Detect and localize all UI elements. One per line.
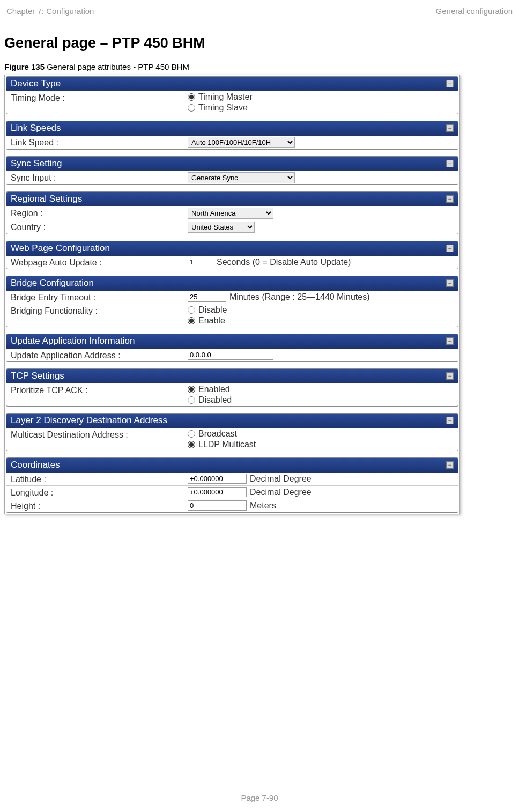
select-country[interactable]: United States (188, 222, 255, 233)
panel-regional: Regional Settings − Region : North Ameri… (6, 191, 458, 234)
radio-tcp-enabled[interactable]: Enabled (188, 385, 232, 394)
figure-label: Figure 135 (4, 62, 45, 71)
suffix-longitude: Decimal Degree (250, 488, 312, 497)
figure-text: General page attributes - PTP 450 BHM (45, 62, 189, 71)
panel-title: TCP Settings (11, 371, 64, 381)
input-auto-update[interactable] (188, 257, 213, 267)
collapse-icon[interactable]: − (446, 124, 454, 132)
panel-header: Link Speeds − (6, 121, 458, 136)
label-country: Country : (11, 222, 188, 232)
select-region[interactable]: North America (188, 208, 273, 219)
collapse-icon[interactable]: − (446, 279, 454, 287)
select-sync-input[interactable]: Generate Sync (188, 172, 295, 183)
row-height: Height : Meters (6, 499, 458, 512)
panel-title: Link Speeds (11, 123, 61, 134)
panel-tcp: TCP Settings − Prioritize TCP ACK : Enab… (6, 368, 458, 407)
row-bridge-func: Bridging Functionality : Disable Enable (6, 304, 458, 327)
input-update-address[interactable] (188, 350, 273, 360)
input-latitude[interactable] (188, 474, 247, 484)
panel-link-speeds: Link Speeds − Link Speed : Auto 100F/100… (6, 121, 458, 150)
panel-device-type: Device Type − Timing Mode : Timing Maste… (6, 76, 458, 114)
radio-timing-slave[interactable]: Timing Slave (188, 103, 253, 113)
panel-header: Coordinates − (6, 458, 458, 473)
label-multicast: Multicast Destination Address : (11, 429, 188, 440)
label-link-speed: Link Speed : (11, 137, 188, 147)
input-longitude[interactable] (188, 487, 247, 497)
radio-lldp[interactable]: LLDP Multicast (188, 440, 256, 449)
radio-bridge-disable[interactable]: Disable (188, 305, 227, 315)
panel-title: Layer 2 Discovery Destination Address (11, 415, 167, 426)
collapse-icon[interactable]: − (446, 195, 454, 203)
page-header: Chapter 7: Configuration General configu… (0, 6, 519, 25)
panel-title: Update Application Information (11, 336, 135, 346)
row-longitude: Longitude : Decimal Degree (6, 485, 458, 499)
panel-update-app: Update Application Information − Update … (6, 334, 458, 362)
panel-header: Web Page Configuration − (6, 241, 458, 256)
row-link-speed: Link Speed : Auto 100F/100H/10F/10H (6, 136, 458, 149)
label-sync-input: Sync Input : (11, 172, 188, 183)
label-longitude: Longitude : (11, 487, 188, 498)
collapse-icon[interactable]: − (446, 417, 454, 424)
panel-header: Bridge Configuration − (6, 276, 458, 291)
panel-title: Regional Settings (11, 194, 82, 204)
radio-tcp-disabled[interactable]: Disabled (188, 395, 232, 405)
label-height: Height : (11, 500, 188, 511)
config-screenshot: Device Type − Timing Mode : Timing Maste… (4, 75, 460, 514)
panel-sync-setting: Sync Setting − Sync Input : Generate Syn… (6, 156, 458, 185)
label-auto-update: Webpage Auto Update : (11, 257, 188, 268)
row-auto-update: Webpage Auto Update : Seconds (0 = Disab… (6, 256, 458, 269)
label-bridge-func: Bridging Functionality : (11, 305, 188, 316)
row-country: Country : United States (6, 220, 458, 234)
row-tcp-ack: Prioritize TCP ACK : Enabled Disabled (6, 383, 458, 406)
label-latitude: Latitude : (11, 474, 188, 484)
row-latitude: Latitude : Decimal Degree (6, 473, 458, 485)
panel-title: Sync Setting (11, 158, 62, 169)
label-timing-mode: Timing Mode : (11, 92, 188, 103)
page-title: General page – PTP 450 BHM (4, 25, 515, 62)
row-bridge-timeout: Bridge Entry Timeout : Minutes (Range : … (6, 291, 458, 304)
panel-coordinates: Coordinates − Latitude : Decimal Degree … (6, 457, 458, 513)
panel-header: Regional Settings − (6, 192, 458, 206)
panel-webpage: Web Page Configuration − Webpage Auto Up… (6, 241, 458, 269)
radio-timing-master[interactable]: Timing Master (188, 92, 253, 102)
radio-bridge-enable[interactable]: Enable (188, 316, 227, 326)
row-sync-input: Sync Input : Generate Sync (6, 171, 458, 184)
panel-title: Device Type (11, 78, 61, 89)
row-update-address: Update Application Address : (6, 349, 458, 361)
row-region: Region : North America (6, 206, 458, 220)
label-bridge-timeout: Bridge Entry Timeout : (11, 292, 188, 302)
suffix-latitude: Decimal Degree (250, 474, 312, 484)
label-update-address: Update Application Address : (11, 350, 188, 360)
collapse-icon[interactable]: − (446, 80, 454, 87)
panel-title: Web Page Configuration (11, 243, 110, 254)
panel-bridge: Bridge Configuration − Bridge Entry Time… (6, 276, 458, 327)
panel-header: Update Application Information − (6, 334, 458, 349)
panel-header: Sync Setting − (6, 157, 458, 171)
suffix-height: Meters (250, 501, 276, 511)
collapse-icon[interactable]: − (446, 461, 454, 469)
row-multicast: Multicast Destination Address : Broadcas… (6, 428, 458, 451)
panel-header: Layer 2 Discovery Destination Address − (6, 414, 458, 428)
input-bridge-timeout[interactable] (188, 292, 226, 302)
collapse-icon[interactable]: − (446, 372, 454, 380)
collapse-icon[interactable]: − (446, 160, 454, 167)
label-region: Region : (11, 208, 188, 218)
label-tcp-ack: Prioritize TCP ACK : (11, 385, 188, 395)
figure-caption: Figure 135 General page attributes - PTP… (4, 62, 515, 75)
collapse-icon[interactable]: − (446, 337, 454, 345)
radio-broadcast[interactable]: Broadcast (188, 429, 256, 439)
header-right: General configuration (436, 6, 513, 16)
input-height[interactable] (188, 500, 247, 511)
select-link-speed[interactable]: Auto 100F/100H/10F/10H (188, 137, 295, 148)
panel-header: TCP Settings − (6, 369, 458, 383)
suffix-auto-update: Seconds (0 = Disable Auto Update) (217, 257, 351, 267)
collapse-icon[interactable]: − (446, 245, 454, 252)
panel-title: Bridge Configuration (11, 278, 94, 289)
header-left: Chapter 7: Configuration (6, 6, 94, 16)
page-footer: Page 7-90 (0, 793, 519, 802)
suffix-bridge-timeout: Minutes (Range : 25—1440 Minutes) (229, 292, 369, 302)
panel-layer2: Layer 2 Discovery Destination Address − … (6, 413, 458, 451)
panel-header: Device Type − (6, 77, 458, 91)
panel-title: Coordinates (11, 460, 60, 470)
row-timing-mode: Timing Mode : Timing Master Timing Slave (6, 91, 458, 114)
